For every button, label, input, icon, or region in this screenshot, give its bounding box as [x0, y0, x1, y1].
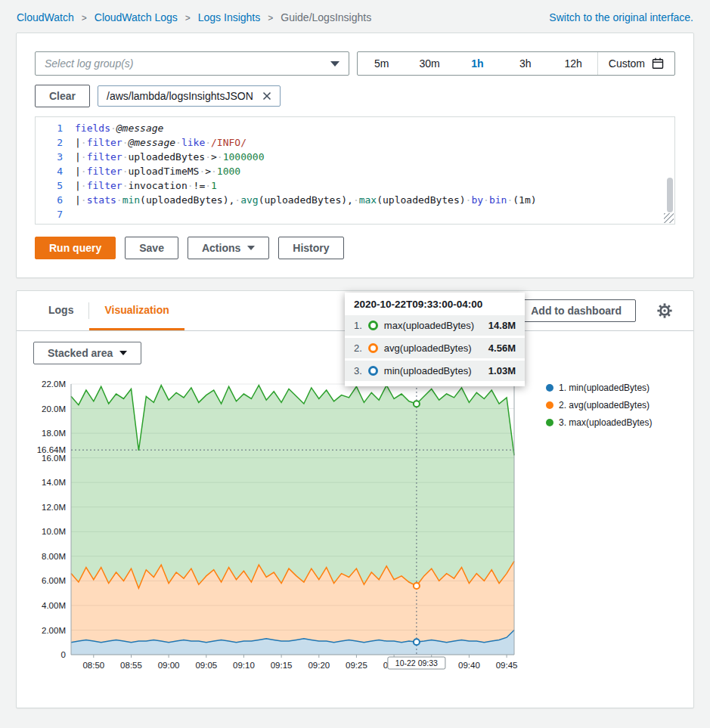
svg-text:20.0M: 20.0M [42, 404, 66, 414]
breadcrumb-separator-icon: > [185, 13, 191, 23]
series-marker-icon [368, 321, 378, 330]
svg-text:09:20: 09:20 [308, 661, 330, 670]
legend-item[interactable]: 2. avg(uploadedBytes) [546, 400, 686, 410]
code-line-6: 6|·stats·min(uploadedBytes),·avg(uploade… [36, 193, 674, 207]
tab-logs[interactable]: Logs [33, 291, 88, 330]
tab-visualization[interactable]: Visualization [89, 291, 184, 330]
stacked-area-chart[interactable]: 22.0M20.0M18.0M16.0M14.0M12.0M10.0M8.00M… [24, 372, 546, 685]
crosshair-y-label: 16.64M [37, 445, 66, 454]
time-range-12h[interactable]: 12h [549, 52, 597, 75]
history-button[interactable]: History [278, 237, 343, 259]
chart-type-label: Stacked area [48, 347, 113, 359]
series-marker-icon [368, 343, 378, 353]
query-editor[interactable]: 1fields·@message2|·filter·@message·like·… [35, 116, 675, 225]
svg-text:22.0M: 22.0M [42, 379, 66, 389]
add-to-dashboard-button[interactable]: Add to dashboard [516, 299, 636, 322]
time-range-30m[interactable]: 30m [405, 52, 453, 75]
breadcrumb-bar: CloudWatch>CloudWatch Logs>Logs Insights… [0, 0, 710, 33]
calendar-icon [652, 57, 664, 70]
custom-range-label: Custom [609, 57, 645, 70]
save-button[interactable]: Save [125, 237, 178, 259]
tooltip-row: 1.max(uploadedBytes)14.8M [345, 315, 525, 336]
svg-text:8.00M: 8.00M [42, 552, 66, 561]
svg-text:10-22 09:33: 10-22 09:33 [395, 658, 438, 668]
breadcrumb-item-guide-logsinsights: Guide/LogsInsights [281, 11, 371, 23]
time-range-3h[interactable]: 3h [501, 52, 549, 75]
series-marker-icon [368, 366, 378, 376]
results-panel: Logs Visualization Add to dashboard [16, 290, 694, 708]
breadcrumb-item-logs-insights[interactable]: Logs Insights [198, 11, 261, 23]
chevron-down-icon [119, 351, 127, 355]
chevron-down-icon [330, 61, 339, 67]
chart-type-select[interactable]: Stacked area [33, 342, 141, 364]
legend-dot-icon [546, 384, 553, 392]
log-group-placeholder: Select log group(s) [45, 57, 134, 70]
log-group-chip[interactable]: /aws/lambda/logsInsightsJSON [98, 85, 281, 107]
editor-resize-handle[interactable] [664, 213, 674, 223]
tooltip-rows: 1.max(uploadedBytes)14.8M2.avg(uploadedB… [345, 315, 525, 381]
actions-button[interactable]: Actions [188, 237, 269, 259]
breadcrumb-separator-icon: > [82, 13, 87, 23]
svg-text:12.0M: 12.0M [42, 503, 66, 512]
gear-icon[interactable] [656, 302, 674, 320]
chevron-down-icon [247, 246, 255, 250]
svg-text:18.0M: 18.0M [42, 429, 66, 438]
hover-dot-0 [414, 639, 420, 645]
time-range-group: 5m30m1h3h12h Custom [357, 51, 675, 76]
chart-legend: 1. min(uploadedBytes)2. avg(uploadedByte… [546, 383, 686, 685]
code-line-4: 4|·filter·uploadTimeMS·>·1000 [36, 164, 674, 178]
svg-text:09:25: 09:25 [346, 661, 367, 670]
code-line-2: 2|·filter·@message·like·/INFO/ [36, 135, 674, 150]
svg-text:09:15: 09:15 [271, 661, 293, 670]
switch-interface-link[interactable]: Switch to the original interface. [549, 11, 693, 23]
log-group-select[interactable]: Select log group(s) [35, 51, 349, 76]
svg-text:09:45: 09:45 [496, 661, 518, 670]
chart-tooltip: 2020-10-22T09:33:00-04:00 1.max(uploaded… [345, 293, 525, 386]
svg-text:6.00M: 6.00M [42, 576, 66, 585]
svg-text:10.0M: 10.0M [42, 527, 66, 536]
svg-text:4.00M: 4.00M [42, 601, 66, 610]
breadcrumb-item-cloudwatch[interactable]: CloudWatch [17, 11, 74, 23]
editor-scrollbar[interactable] [667, 178, 673, 212]
tooltip-row: 3.min(uploadedBytes)1.03M [345, 361, 525, 381]
svg-text:09:40: 09:40 [458, 661, 480, 670]
time-range-1h[interactable]: 1h [454, 52, 501, 75]
query-editor-lines: 1fields·@message2|·filter·@message·like·… [36, 121, 674, 221]
legend-item[interactable]: 1. min(uploadedBytes) [546, 383, 686, 393]
legend-dot-icon [546, 401, 553, 409]
svg-text:16.0M: 16.0M [42, 454, 66, 463]
code-line-7: 7 [36, 207, 674, 221]
time-range-5m[interactable]: 5m [358, 52, 405, 75]
clear-button[interactable]: Clear [35, 85, 90, 107]
svg-text:08:55: 08:55 [120, 661, 142, 670]
svg-text:09:05: 09:05 [195, 661, 217, 670]
breadcrumb: CloudWatch>CloudWatch Logs>Logs Insights… [17, 11, 371, 23]
code-line-3: 3|·filter·uploadedBytes·>·1000000 [36, 150, 674, 164]
hover-dot-1 [414, 583, 420, 589]
actions-label: Actions [202, 242, 240, 254]
time-range-options: 5m30m1h3h12h [358, 52, 597, 75]
legend-dot-icon [546, 419, 553, 426]
close-icon[interactable] [262, 91, 271, 101]
query-panel: Select log group(s) 5m30m1h3h12h Custom … [16, 33, 694, 278]
svg-text:09:00: 09:00 [158, 661, 180, 670]
breadcrumb-separator-icon: > [268, 13, 273, 23]
area-2 [71, 386, 514, 588]
tooltip-timestamp: 2020-10-22T09:33:00-04:00 [345, 293, 525, 315]
svg-text:2.00M: 2.00M [42, 626, 66, 635]
time-range-custom[interactable]: Custom [597, 52, 674, 75]
hover-dot-2 [414, 401, 420, 407]
log-group-chip-label: /aws/lambda/logsInsightsJSON [107, 90, 253, 102]
legend-item[interactable]: 3. max(uploadedBytes) [546, 417, 686, 428]
svg-text:08:50: 08:50 [82, 661, 104, 670]
code-line-1: 1fields·@message [36, 121, 674, 135]
code-line-5: 5|·filter·invocation·!=·1 [36, 178, 674, 193]
breadcrumb-item-cloudwatch-logs[interactable]: CloudWatch Logs [95, 11, 178, 23]
run-query-button[interactable]: Run query [35, 237, 116, 259]
svg-text:0: 0 [61, 650, 66, 659]
svg-text:14.0M: 14.0M [42, 478, 66, 487]
tooltip-row: 2.avg(uploadedBytes)4.56M [345, 338, 525, 358]
svg-text:09:10: 09:10 [233, 661, 255, 670]
